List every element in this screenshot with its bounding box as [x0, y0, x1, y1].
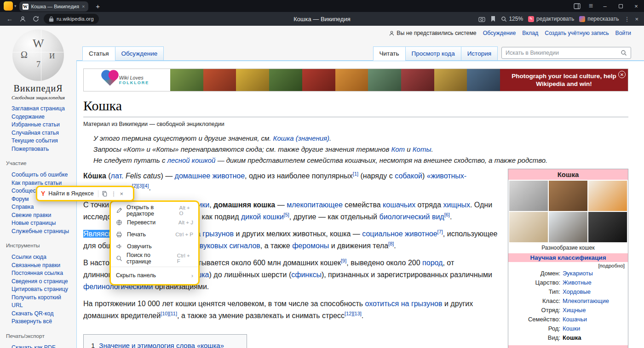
sidebar-link[interactable]: Связанные правки	[12, 262, 60, 268]
retell-button[interactable]: пересказать	[579, 16, 619, 22]
details-link[interactable]: [подробно]	[508, 262, 628, 269]
inline-link[interactable]: лат.	[111, 172, 124, 180]
sidebar-link[interactable]: Содержание	[12, 114, 45, 120]
menu-item[interactable]: Озвучить	[111, 240, 198, 252]
toc-entry[interactable]: 1Значение и этимология слова «кошка»	[91, 340, 237, 348]
campaign-banner[interactable]: Wiki Loves FOLKLORE Photograph your loca…	[83, 68, 628, 91]
browser-app-button[interactable]	[4, 1, 13, 11]
url-field[interactable]: ru.wikipedia.org	[44, 14, 99, 24]
window-close-button[interactable]: ×	[628, 0, 644, 12]
reference-link[interactable]: [1]	[353, 171, 358, 177]
zoom-indicator[interactable]: 125%	[501, 16, 523, 22]
reference-link[interactable]: [9]	[341, 258, 346, 263]
profile-icon[interactable]	[19, 16, 26, 23]
side-panel-icon[interactable]	[574, 3, 581, 9]
browser-tab[interactable]: W Кошка — Википедия ×	[19, 1, 88, 11]
wikipedia-logo[interactable]: WΩИ7 ВикипедиЯ Свободная энциклопедия	[8, 29, 68, 100]
popup-kebab-icon[interactable]: ⋮	[111, 190, 117, 197]
sidebar-link[interactable]: Ссылки сюда	[12, 254, 46, 260]
sidebar-link[interactable]: Сообщить об ошибке	[12, 171, 68, 178]
inline-link[interactable]: биологический вид	[379, 213, 444, 221]
inline-link[interactable]: лесной кошкой	[167, 156, 216, 164]
inline-link[interactable]: хищных	[443, 201, 470, 209]
inline-link[interactable]: пород	[422, 259, 443, 267]
inline-link[interactable]: социальное животное	[362, 230, 437, 238]
inline-link[interactable]: собакой	[395, 172, 422, 180]
tab-Статья[interactable]: Статья	[82, 46, 115, 61]
menu-item[interactable]: Открыть в редактореAlt + O	[111, 205, 198, 217]
personal-link[interactable]: Войти	[615, 30, 631, 36]
taxonomy-value[interactable]: Животные	[563, 278, 592, 287]
reference-link[interactable]: [4]	[143, 183, 149, 188]
bookmark-icon[interactable]	[490, 16, 496, 22]
tab-Читать[interactable]: Читать	[373, 46, 406, 61]
sidebar-link[interactable]: Заглавная страница	[12, 105, 65, 112]
tab-История[interactable]: История	[461, 46, 498, 61]
tab-Просмотр кода[interactable]: Просмотр кода	[405, 46, 461, 61]
hide-panel-item[interactable]: Скрыть панель ›	[111, 269, 198, 281]
reload-icon[interactable]	[33, 16, 39, 22]
tab-Обсуждение[interactable]: Обсуждение	[115, 46, 164, 61]
sidebar-link[interactable]: Избранные статьи	[12, 121, 60, 128]
inline-link[interactable]: Кошка (значения)	[273, 134, 330, 142]
taxonomy-value[interactable]: Хищные	[563, 306, 586, 315]
sidebar-link[interactable]: Получить короткий URL	[12, 294, 61, 309]
inline-link[interactable]: млекопитающее	[287, 201, 343, 209]
personal-link[interactable]: Создать учётную запись	[545, 30, 609, 36]
inline-link[interactable]: дикой кошки	[241, 213, 284, 221]
inline-link[interactable]: звуковых сигналов	[196, 242, 260, 250]
panel-close-icon[interactable]: ×	[635, 16, 638, 23]
find-in-yandex-popup[interactable]: Y Найти в Яндексе ⋮ ×	[36, 186, 134, 201]
popup-close-icon[interactable]: ×	[120, 190, 124, 197]
sidebar-link[interactable]: Скачать как PDF	[12, 344, 55, 348]
sidebar-link[interactable]: Форум	[12, 196, 29, 202]
wiki-search-input[interactable]	[506, 50, 621, 56]
sidebar-link[interactable]: Пожертвовать	[12, 146, 49, 152]
sidebar-link[interactable]: Свежие правки	[12, 212, 51, 218]
chevron-down-icon[interactable]: ▾	[14, 4, 17, 8]
menu-item[interactable]: Поиск по страницеCtrl + F	[111, 252, 198, 264]
inline-link[interactable]: Коты	[413, 145, 431, 153]
sidebar-link[interactable]: Текущие события	[12, 137, 58, 144]
sidebar-link[interactable]: Новые страницы	[12, 220, 56, 226]
sidebar-link[interactable]: Цитировать страницу	[12, 286, 68, 292]
inline-link[interactable]: грызунов	[202, 230, 234, 238]
classification-header[interactable]: Научная классификация	[508, 253, 628, 262]
minimize-button[interactable]: –	[597, 0, 613, 12]
tab-close-icon[interactable]: ×	[82, 4, 85, 9]
back-icon[interactable]: ←	[6, 15, 13, 23]
maximize-button[interactable]	[613, 0, 628, 12]
reference-link[interactable]: [3]	[138, 183, 143, 188]
menu-item[interactable]: ПечатьCtrl + P	[111, 228, 198, 240]
taxonomy-value[interactable]: Кошки	[563, 324, 580, 333]
taxonomy-value[interactable]: Эукариоты	[563, 269, 593, 278]
sidebar-link[interactable]: Справка	[12, 204, 34, 210]
new-tab-button[interactable]: +	[94, 2, 102, 10]
sidebar-link[interactable]: Служебные страницы	[12, 228, 69, 234]
reference-link[interactable]: [7]	[437, 229, 443, 234]
inline-link[interactable]: кошачьих	[383, 201, 415, 209]
copy-icon[interactable]	[102, 191, 108, 197]
reference-link[interactable]: [12]	[345, 311, 353, 316]
sidebar-link[interactable]: Скачать QR-код	[12, 310, 53, 317]
taxonomy-value[interactable]: Хордовые	[563, 287, 591, 297]
inline-link[interactable]: домашнее животное	[175, 172, 245, 180]
inline-link[interactable]: феромоны	[292, 242, 329, 250]
search-icon[interactable]	[621, 50, 627, 56]
sidebar-link[interactable]: Случайная статья	[12, 130, 59, 136]
reference-link[interactable]: [5]	[284, 212, 289, 217]
taxonomy-value[interactable]: Кошачьи	[563, 315, 587, 324]
reference-link[interactable]: [10]	[161, 311, 169, 316]
sidebar-link[interactable]: Развернуть всё	[12, 318, 52, 325]
banner-close-icon[interactable]: ✕	[618, 71, 626, 78]
sidebar-link[interactable]: Постоянная ссылка	[12, 270, 63, 276]
inline-link[interactable]: сфинксы	[291, 271, 322, 279]
reference-link[interactable]: [13]	[353, 311, 361, 316]
edit-page-button[interactable]: ✎ редактировать	[528, 16, 574, 22]
inline-link[interactable]: охотиться на грызунов	[365, 300, 443, 308]
kebab-menu-icon[interactable]: ⋮	[624, 16, 630, 23]
menu-item[interactable]: ПеревестиAlt + J	[111, 217, 198, 228]
wiki-search-box[interactable]	[501, 47, 631, 59]
find-in-yandex-label[interactable]: Найти в Яндексе	[48, 190, 93, 197]
taxonomy-value[interactable]: Млекопитающие	[563, 297, 609, 306]
